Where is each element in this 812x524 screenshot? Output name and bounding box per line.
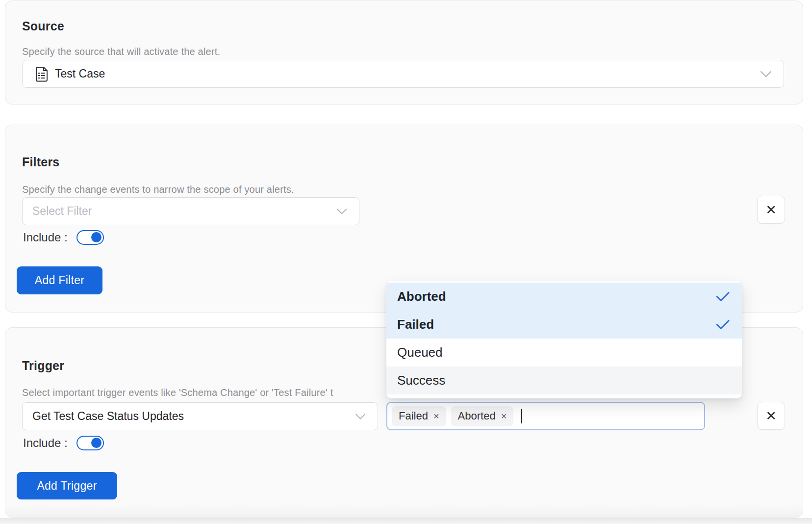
trigger-row-clear-button[interactable]: ✕ — [757, 402, 785, 430]
chevron-down-icon — [355, 413, 366, 419]
dropdown-option-failed[interactable]: Failed — [386, 311, 742, 339]
toggle-knob — [91, 438, 102, 448]
trigger-include-label: Include : — [23, 436, 68, 450]
trigger-select[interactable]: Get Test Case Status Updates — [22, 402, 378, 430]
check-icon — [715, 319, 730, 330]
trigger-section-title: Trigger — [22, 359, 64, 373]
tag-label: Failed — [399, 410, 428, 422]
status-options-dropdown: Aborted Failed Queued Success — [386, 281, 742, 398]
page-bottom-edge — [0, 518, 812, 524]
trigger-include-row: Include : — [23, 436, 104, 450]
selected-tag[interactable]: Failed × — [392, 406, 446, 426]
filters-section-description: Specify the change events to narrow the … — [22, 184, 294, 195]
filters-include-row: Include : — [23, 230, 104, 245]
check-icon — [715, 291, 730, 302]
filters-row-clear-button[interactable]: ✕ — [757, 196, 785, 224]
source-section-title: Source — [22, 19, 64, 33]
selected-tag[interactable]: Aborted × — [451, 406, 514, 426]
test-case-document-icon — [34, 66, 48, 82]
tag-label: Aborted — [458, 410, 496, 422]
trigger-include-toggle[interactable] — [76, 436, 104, 450]
add-trigger-button[interactable]: Add Trigger — [17, 472, 117, 499]
toggle-knob — [91, 232, 102, 242]
chevron-down-icon — [760, 71, 772, 78]
dropdown-option-aborted[interactable]: Aborted — [386, 283, 742, 311]
add-filter-button[interactable]: Add Filter — [17, 266, 102, 294]
close-icon: ✕ — [765, 202, 777, 218]
source-select[interactable]: Test Case — [22, 60, 784, 88]
option-label: Aborted — [397, 289, 446, 304]
tag-remove-icon[interactable]: × — [501, 411, 507, 422]
text-cursor — [521, 409, 522, 423]
trigger-select-value: Get Test Case Status Updates — [32, 410, 184, 423]
source-section-card: Source Specify the source that will acti… — [5, 0, 803, 105]
dropdown-option-queued[interactable]: Queued — [386, 339, 742, 367]
tag-remove-icon[interactable]: × — [433, 411, 439, 422]
alert-configuration-page: Source Specify the source that will acti… — [0, 0, 812, 524]
filters-include-toggle[interactable] — [76, 230, 104, 245]
option-label: Success — [397, 373, 445, 388]
source-select-value: Test Case — [55, 67, 105, 80]
chevron-down-icon — [336, 208, 347, 214]
source-section-description: Specify the source that will activate th… — [22, 46, 220, 57]
option-label: Failed — [397, 317, 434, 332]
filter-select-placeholder: Select Filter — [32, 205, 92, 218]
option-label: Queued — [397, 345, 443, 360]
filter-select[interactable]: Select Filter — [22, 197, 359, 225]
card-bottom-shadow — [6, 504, 802, 517]
filters-section-title: Filters — [22, 155, 59, 169]
trigger-events-multiselect-input[interactable]: Failed × Aborted × — [386, 402, 705, 430]
filters-include-label: Include : — [23, 231, 68, 244]
close-icon: ✕ — [765, 408, 777, 424]
dropdown-option-success[interactable]: Success — [386, 367, 742, 394]
trigger-section-description: Select important trigger events like 'Sc… — [22, 387, 333, 398]
